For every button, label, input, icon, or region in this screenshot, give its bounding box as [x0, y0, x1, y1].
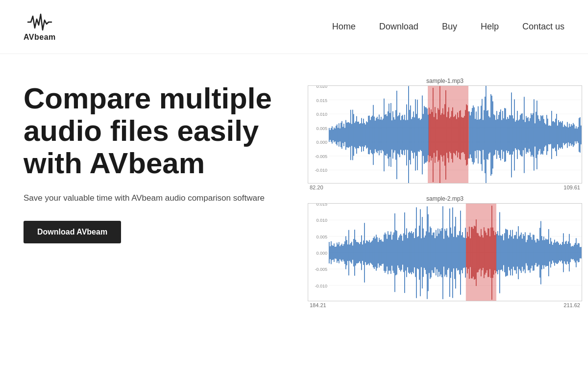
waveform-1-chart: [308, 85, 582, 184]
hero-section: Compare multiple audio files easily with…: [0, 54, 588, 313]
hero-title: Compare multiple audio files easily with…: [24, 82, 288, 180]
hero-subtitle: Save your valuable time with AVbeam audi…: [24, 193, 288, 203]
waveform-2-time-right: 211.62: [564, 302, 580, 308]
nav-help[interactable]: Help: [481, 22, 499, 32]
logo-text: AVbeam: [24, 33, 56, 42]
avbeam-logo-icon: [27, 12, 52, 32]
waveform-1: sample-1.mp3 82.20 109.61: [308, 78, 582, 195]
main-nav: Home Download Buy Help Contact us: [332, 22, 564, 32]
waveform-1-time-labels: 82.20 109.61: [308, 184, 582, 195]
waveform-1-label: sample-1.mp3: [308, 78, 582, 84]
hero-left: Compare multiple audio files easily with…: [24, 78, 288, 243]
logo[interactable]: AVbeam: [24, 12, 56, 42]
waveform-1-time-left: 82.20: [310, 184, 323, 190]
waveform-2: sample-2.mp3 184.21 211.62: [308, 195, 582, 313]
waveform-2-time-left: 184.21: [310, 302, 326, 308]
download-avbeam-button[interactable]: Download AVbeam: [24, 221, 121, 243]
waveform-1-time-right: 109.61: [564, 184, 580, 190]
waveform-2-time-labels: 184.21 211.62: [308, 301, 582, 313]
nav-download[interactable]: Download: [379, 22, 418, 32]
waveform-panel: sample-1.mp3 82.20 109.61 sample-2.mp3 1…: [308, 78, 582, 313]
nav-buy[interactable]: Buy: [442, 22, 457, 32]
waveform-2-chart: [308, 203, 582, 301]
waveform-2-label: sample-2.mp3: [308, 195, 582, 202]
nav-contact[interactable]: Contact us: [522, 22, 564, 32]
nav-home[interactable]: Home: [332, 22, 356, 32]
